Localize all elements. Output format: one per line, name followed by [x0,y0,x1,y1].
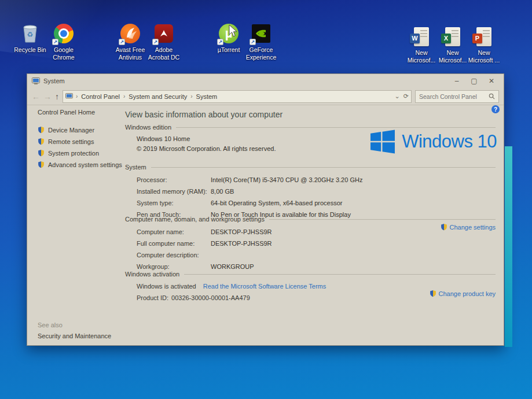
windows-10-logo: Windows 10 [370,130,497,154]
activation-status: Windows is activated [137,283,196,290]
sidebar-item-control-panel-home[interactable]: Control Panel Home [38,109,124,116]
up-icon[interactable]: ↑ [55,93,59,101]
sidebar: Control Panel Home Device Manager Remote… [27,104,124,345]
row-value: 64-bit Operating System, x64-based proce… [211,199,342,207]
desktop-icon-label: GeForce Experience [243,46,280,61]
system-row-processor: Processor: Intel(R) Core(TM) i5-3470 CPU… [125,176,496,184]
breadcrumb-separator: › [190,93,192,99]
system-row-system-type: System type: 64-bit Operating System, x6… [125,199,496,207]
windows-10-logo-text: Windows 10 [402,131,497,152]
sidebar-item-label: Device Manager [48,127,94,134]
change-product-key-link[interactable]: Change product key [430,290,496,297]
row-value: WORKGROUP [211,263,254,271]
sidebar-item-device-manager[interactable]: Device Manager [38,126,124,134]
maximize-button[interactable]: ▢ [465,77,483,85]
sidebar-item-advanced-system-settings[interactable]: Advanced system settings [38,161,124,168]
system-row-installed-memory: Installed memory (RAM): 8,00 GB [125,187,496,195]
chrome-icon: ↗ [53,23,74,44]
minimize-button[interactable]: – [448,77,465,85]
desktop-icon-recycle-bin[interactable]: ♻ Recycle Bin [12,23,49,54]
row-label: Full computer name: [137,239,211,247]
back-icon[interactable]: ← [32,93,40,101]
system-window: System – ▢ ✕ ← → ↑ › Control Panel › Sys… [27,73,504,346]
shortcut-arrow-icon: ↗ [250,39,256,45]
desktop-icon-label: µTorrent [218,46,240,54]
change-product-key-label: Change product key [439,290,496,297]
desktop-icon-avast[interactable]: ↗ Avast Free Antivirus [112,23,149,61]
word-doc-icon: W [411,26,432,47]
license-terms-link[interactable]: Read the Microsoft Software License Term… [203,283,326,290]
row-value: Intel(R) Core(TM) i5-3470 CPU @ 3.20GHz … [211,176,362,184]
address-dropdown-icon[interactable]: ⌄ [395,93,400,100]
window-title: System [43,77,65,84]
uac-shield-icon [430,290,436,297]
row-label: System type: [137,199,211,207]
row-label: Installed memory (RAM): [137,187,211,195]
desktop-icon-powerpoint-doc[interactable]: P New Microsoft ... [465,26,502,64]
search-input[interactable] [419,93,486,100]
breadcrumb-system[interactable]: System [196,93,218,100]
row-label: Computer name: [137,228,211,236]
breadcrumb-control-panel[interactable]: Control Panel [81,93,120,100]
system-window-icon [32,77,40,84]
desktop-icon-geforce-experience[interactable]: ↗ GeForce Experience [243,23,280,61]
section-divider [151,167,496,168]
row-label: Workgroup: [137,263,211,271]
forward-icon[interactable]: → [43,93,52,101]
row-value: DESKTOP-PJHSS9R [211,239,272,247]
uac-shield-icon [38,138,45,145]
shortcut-arrow-icon: ↗ [217,39,223,45]
windows-flag-icon [370,130,395,154]
sidebar-item-label: Remote settings [48,138,94,145]
uac-shield-icon [441,223,447,231]
computer-icon [65,93,73,99]
shortcut-arrow-icon: ↗ [52,39,58,45]
section-title-windows-activation: Windows activation [125,271,179,278]
sidebar-item-label: System protection [48,150,99,157]
desktop-icon-google-chrome[interactable]: ↗ Google Chrome [45,23,82,61]
shortcut-arrow-icon: ↗ [152,39,159,45]
sidebar-item-security-and-maintenance[interactable]: Security and Maintenance [38,332,111,339]
desktop-icon-utorrent[interactable]: µ ↗ µTorrent [210,23,247,54]
section-divider [269,219,496,220]
section-title-computer-name: Computer name, domain, and workgroup set… [125,216,265,223]
utorrent-icon: µ ↗ [218,23,239,44]
see-also-section: See also Security and Maintenance [38,322,111,339]
search-icon [489,93,495,99]
page-title: View basic information about your comput… [125,110,282,119]
product-id-value: 00326-30000-00001-AA479 [171,294,250,301]
photo-teal-reflection [505,146,512,347]
search-box[interactable] [415,90,499,103]
close-button[interactable]: ✕ [483,77,500,85]
row-value: DESKTOP-PJHSS9R [211,228,272,236]
uac-shield-icon [38,126,45,134]
desktop-icon-label: New Microsoft ... [465,49,502,64]
refresh-icon[interactable]: ⟳ [403,93,409,100]
title-bar[interactable]: System – ▢ ✕ [27,74,504,88]
row-label: Computer description: [137,251,211,259]
change-settings-link[interactable]: Change settings [441,223,496,231]
desktop-icon-label: Google Chrome [45,46,82,61]
section-divider [176,127,496,128]
product-id-label: Product ID: [137,294,168,301]
computer-row-description: Computer description: [125,251,496,259]
uac-shield-icon [38,149,45,157]
desktop-icon-label: Avast Free Antivirus [112,46,149,61]
section-divider [184,274,496,275]
address-bar[interactable]: › Control Panel › System and Security › … [63,90,412,103]
help-icon[interactable]: ? [491,105,500,113]
sidebar-item-remote-settings[interactable]: Remote settings [38,138,124,145]
computer-row-full-name: Full computer name: DESKTOP-PJHSS9R [125,239,496,247]
recycle-bin-icon: ♻ [20,23,41,44]
svg-text:♻: ♻ [27,31,34,39]
desktop-icon-adobe-acrobat[interactable]: ↗ Adobe Acrobat DC [145,23,182,61]
geforce-icon: ↗ [251,23,271,44]
adobe-acrobat-icon: ↗ [153,23,174,44]
excel-doc-icon: X [442,26,463,47]
sidebar-item-system-protection[interactable]: System protection [38,149,124,157]
shortcut-arrow-icon: ↗ [119,39,125,45]
navigation-bar: ← → ↑ › Control Panel › System and Secur… [27,88,504,105]
change-settings-label: Change settings [450,224,496,231]
breadcrumb-system-and-security[interactable]: System and Security [129,93,187,100]
desktop-icon-label: Adobe Acrobat DC [145,46,182,61]
